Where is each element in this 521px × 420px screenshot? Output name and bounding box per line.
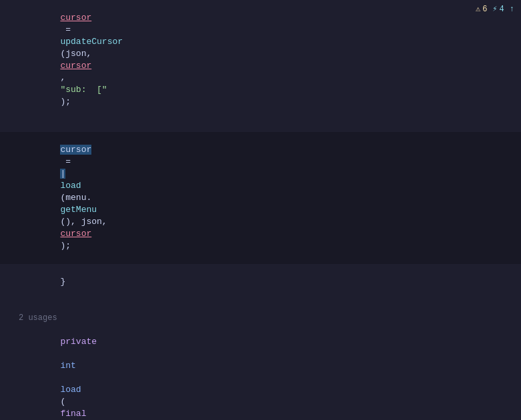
line-cursor-load: cursor = | load (menu. getMenu (), json,… bbox=[0, 132, 521, 264]
top-bar: ⚠ 6 ⚡ 4 ↑ bbox=[469, 0, 521, 18]
usages-label: 2 usages bbox=[0, 312, 521, 324]
line-blank-2 bbox=[0, 300, 521, 312]
line-method-sig: private int load ( final CompositeMenu p… bbox=[0, 324, 521, 420]
code-editor: ⚠ 6 ⚡ 4 ↑ cursor = updateCursor (json, c… bbox=[0, 0, 521, 420]
update-cursor-call: updateCursor bbox=[60, 37, 123, 47]
lightning-icon: ⚡ bbox=[492, 4, 497, 14]
line-1: cursor = updateCursor (json, cursor , "s… bbox=[0, 0, 521, 120]
line-close-1: } bbox=[0, 264, 521, 300]
code-content: cursor = updateCursor (json, cursor , "s… bbox=[0, 0, 521, 420]
navigate-up-button[interactable]: ↑ bbox=[510, 5, 514, 14]
cursor-highlighted: cursor bbox=[60, 145, 91, 155]
line-1-content: cursor = updateCursor (json, cursor , "s… bbox=[0, 0, 521, 120]
cursor-param: cursor bbox=[60, 61, 91, 71]
warning-badge: ⚠ 6 bbox=[476, 4, 487, 14]
cursor-caret: | bbox=[60, 169, 65, 179]
error-count: 4 bbox=[500, 5, 504, 14]
warning-icon: ⚠ bbox=[476, 4, 480, 14]
warning-count: 6 bbox=[482, 5, 487, 14]
line-blank-1 bbox=[0, 120, 521, 132]
error-badge: ⚡ 4 bbox=[492, 4, 504, 14]
cursor-var: cursor bbox=[60, 13, 91, 23]
